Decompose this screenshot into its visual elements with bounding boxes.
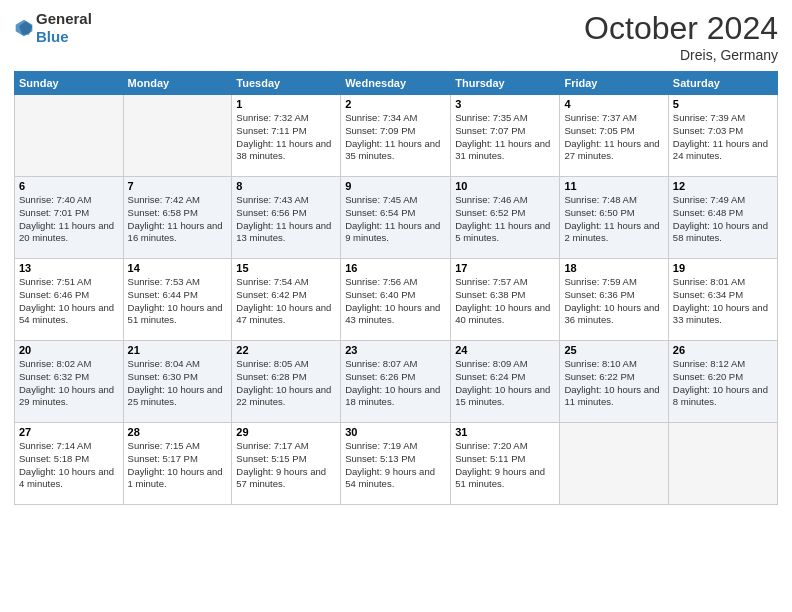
calendar-day-cell <box>560 423 668 505</box>
calendar-day-cell: 18Sunrise: 7:59 AMSunset: 6:36 PMDayligh… <box>560 259 668 341</box>
day-number: 6 <box>19 180 119 192</box>
calendar-day-cell: 27Sunrise: 7:14 AMSunset: 5:18 PMDayligh… <box>15 423 124 505</box>
calendar-day-cell: 7Sunrise: 7:42 AMSunset: 6:58 PMDaylight… <box>123 177 232 259</box>
calendar-header-tuesday: Tuesday <box>232 72 341 95</box>
calendar-day-cell: 11Sunrise: 7:48 AMSunset: 6:50 PMDayligh… <box>560 177 668 259</box>
calendar-day-cell: 30Sunrise: 7:19 AMSunset: 5:13 PMDayligh… <box>341 423 451 505</box>
day-info: Sunrise: 8:04 AMSunset: 6:30 PMDaylight:… <box>128 358 228 409</box>
day-info: Sunrise: 8:01 AMSunset: 6:34 PMDaylight:… <box>673 276 773 327</box>
calendar-day-cell: 31Sunrise: 7:20 AMSunset: 5:11 PMDayligh… <box>451 423 560 505</box>
day-info: Sunrise: 7:56 AMSunset: 6:40 PMDaylight:… <box>345 276 446 327</box>
day-info: Sunrise: 8:10 AMSunset: 6:22 PMDaylight:… <box>564 358 663 409</box>
day-info: Sunrise: 8:07 AMSunset: 6:26 PMDaylight:… <box>345 358 446 409</box>
calendar-day-cell: 2Sunrise: 7:34 AMSunset: 7:09 PMDaylight… <box>341 95 451 177</box>
day-info: Sunrise: 7:15 AMSunset: 5:17 PMDaylight:… <box>128 440 228 491</box>
calendar-day-cell: 19Sunrise: 8:01 AMSunset: 6:34 PMDayligh… <box>668 259 777 341</box>
calendar-header-monday: Monday <box>123 72 232 95</box>
day-number: 8 <box>236 180 336 192</box>
calendar-header-wednesday: Wednesday <box>341 72 451 95</box>
day-info: Sunrise: 7:43 AMSunset: 6:56 PMDaylight:… <box>236 194 336 245</box>
day-number: 16 <box>345 262 446 274</box>
calendar-day-cell: 26Sunrise: 8:12 AMSunset: 6:20 PMDayligh… <box>668 341 777 423</box>
day-number: 22 <box>236 344 336 356</box>
day-number: 27 <box>19 426 119 438</box>
calendar-header-friday: Friday <box>560 72 668 95</box>
logo: General Blue <box>14 10 92 46</box>
day-number: 29 <box>236 426 336 438</box>
day-info: Sunrise: 8:09 AMSunset: 6:24 PMDaylight:… <box>455 358 555 409</box>
day-info: Sunrise: 7:53 AMSunset: 6:44 PMDaylight:… <box>128 276 228 327</box>
calendar-header-thursday: Thursday <box>451 72 560 95</box>
calendar-day-cell: 12Sunrise: 7:49 AMSunset: 6:48 PMDayligh… <box>668 177 777 259</box>
calendar-day-cell <box>668 423 777 505</box>
day-info: Sunrise: 7:32 AMSunset: 7:11 PMDaylight:… <box>236 112 336 163</box>
day-info: Sunrise: 7:54 AMSunset: 6:42 PMDaylight:… <box>236 276 336 327</box>
day-info: Sunrise: 7:42 AMSunset: 6:58 PMDaylight:… <box>128 194 228 245</box>
calendar-day-cell: 9Sunrise: 7:45 AMSunset: 6:54 PMDaylight… <box>341 177 451 259</box>
day-number: 31 <box>455 426 555 438</box>
day-number: 26 <box>673 344 773 356</box>
day-number: 5 <box>673 98 773 110</box>
day-number: 13 <box>19 262 119 274</box>
logo-blue: Blue <box>36 28 69 45</box>
calendar-week-row: 6Sunrise: 7:40 AMSunset: 7:01 PMDaylight… <box>15 177 778 259</box>
page: General Blue October 2024 Dreis, Germany… <box>0 0 792 612</box>
day-info: Sunrise: 7:48 AMSunset: 6:50 PMDaylight:… <box>564 194 663 245</box>
day-number: 24 <box>455 344 555 356</box>
logo-text: General Blue <box>36 10 92 46</box>
day-info: Sunrise: 7:40 AMSunset: 7:01 PMDaylight:… <box>19 194 119 245</box>
calendar-day-cell: 14Sunrise: 7:53 AMSunset: 6:44 PMDayligh… <box>123 259 232 341</box>
day-number: 25 <box>564 344 663 356</box>
day-number: 30 <box>345 426 446 438</box>
day-number: 7 <box>128 180 228 192</box>
day-info: Sunrise: 7:37 AMSunset: 7:05 PMDaylight:… <box>564 112 663 163</box>
day-info: Sunrise: 7:39 AMSunset: 7:03 PMDaylight:… <box>673 112 773 163</box>
calendar-day-cell: 23Sunrise: 8:07 AMSunset: 6:26 PMDayligh… <box>341 341 451 423</box>
calendar-day-cell <box>123 95 232 177</box>
day-number: 15 <box>236 262 336 274</box>
calendar-week-row: 27Sunrise: 7:14 AMSunset: 5:18 PMDayligh… <box>15 423 778 505</box>
calendar-day-cell: 20Sunrise: 8:02 AMSunset: 6:32 PMDayligh… <box>15 341 124 423</box>
logo-icon <box>14 18 34 38</box>
calendar-day-cell: 25Sunrise: 8:10 AMSunset: 6:22 PMDayligh… <box>560 341 668 423</box>
day-number: 10 <box>455 180 555 192</box>
day-number: 2 <box>345 98 446 110</box>
calendar-day-cell: 5Sunrise: 7:39 AMSunset: 7:03 PMDaylight… <box>668 95 777 177</box>
calendar-day-cell: 22Sunrise: 8:05 AMSunset: 6:28 PMDayligh… <box>232 341 341 423</box>
day-number: 23 <box>345 344 446 356</box>
calendar-header-saturday: Saturday <box>668 72 777 95</box>
day-info: Sunrise: 7:59 AMSunset: 6:36 PMDaylight:… <box>564 276 663 327</box>
day-info: Sunrise: 7:51 AMSunset: 6:46 PMDaylight:… <box>19 276 119 327</box>
day-info: Sunrise: 7:45 AMSunset: 6:54 PMDaylight:… <box>345 194 446 245</box>
day-number: 9 <box>345 180 446 192</box>
calendar-day-cell: 4Sunrise: 7:37 AMSunset: 7:05 PMDaylight… <box>560 95 668 177</box>
day-number: 19 <box>673 262 773 274</box>
logo-general: General <box>36 10 92 27</box>
day-info: Sunrise: 8:12 AMSunset: 6:20 PMDaylight:… <box>673 358 773 409</box>
calendar-day-cell: 3Sunrise: 7:35 AMSunset: 7:07 PMDaylight… <box>451 95 560 177</box>
day-info: Sunrise: 7:19 AMSunset: 5:13 PMDaylight:… <box>345 440 446 491</box>
day-info: Sunrise: 7:57 AMSunset: 6:38 PMDaylight:… <box>455 276 555 327</box>
day-info: Sunrise: 7:14 AMSunset: 5:18 PMDaylight:… <box>19 440 119 491</box>
calendar-day-cell: 1Sunrise: 7:32 AMSunset: 7:11 PMDaylight… <box>232 95 341 177</box>
day-number: 11 <box>564 180 663 192</box>
calendar-day-cell: 8Sunrise: 7:43 AMSunset: 6:56 PMDaylight… <box>232 177 341 259</box>
title-section: October 2024 Dreis, Germany <box>584 10 778 63</box>
day-number: 17 <box>455 262 555 274</box>
calendar-week-row: 13Sunrise: 7:51 AMSunset: 6:46 PMDayligh… <box>15 259 778 341</box>
calendar-header-sunday: Sunday <box>15 72 124 95</box>
calendar-day-cell: 28Sunrise: 7:15 AMSunset: 5:17 PMDayligh… <box>123 423 232 505</box>
calendar-day-cell <box>15 95 124 177</box>
day-info: Sunrise: 7:20 AMSunset: 5:11 PMDaylight:… <box>455 440 555 491</box>
day-info: Sunrise: 7:34 AMSunset: 7:09 PMDaylight:… <box>345 112 446 163</box>
day-info: Sunrise: 7:46 AMSunset: 6:52 PMDaylight:… <box>455 194 555 245</box>
day-info: Sunrise: 7:35 AMSunset: 7:07 PMDaylight:… <box>455 112 555 163</box>
calendar-day-cell: 15Sunrise: 7:54 AMSunset: 6:42 PMDayligh… <box>232 259 341 341</box>
calendar-day-cell: 16Sunrise: 7:56 AMSunset: 6:40 PMDayligh… <box>341 259 451 341</box>
day-number: 20 <box>19 344 119 356</box>
day-info: Sunrise: 8:05 AMSunset: 6:28 PMDaylight:… <box>236 358 336 409</box>
calendar-day-cell: 17Sunrise: 7:57 AMSunset: 6:38 PMDayligh… <box>451 259 560 341</box>
day-number: 12 <box>673 180 773 192</box>
calendar-table: SundayMondayTuesdayWednesdayThursdayFrid… <box>14 71 778 505</box>
calendar-day-cell: 13Sunrise: 7:51 AMSunset: 6:46 PMDayligh… <box>15 259 124 341</box>
